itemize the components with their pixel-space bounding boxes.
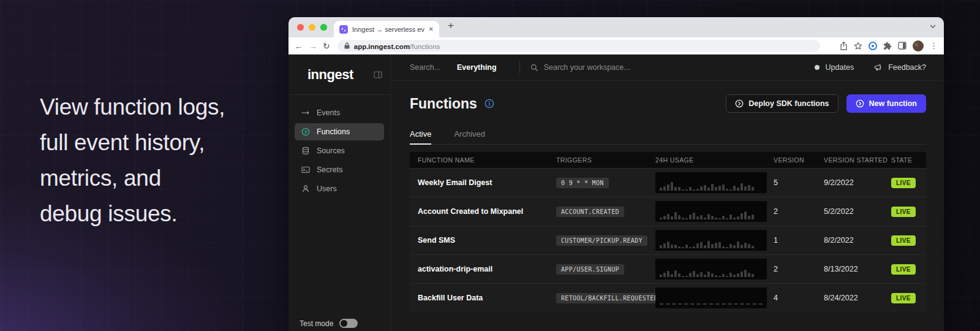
table-row[interactable]: Weekly Email Digest 0 9 * * MON 5 9/2/20… [410, 168, 926, 197]
browser-tab[interactable]: Inngest → serverless event-dri ✕ [334, 21, 439, 37]
inngest-favicon-icon [339, 25, 348, 34]
inngest-logo: inngest [307, 67, 374, 83]
tabstrip-chevron-down-icon[interactable] [930, 25, 936, 28]
function-name: Account Created to Mixpanel [410, 207, 556, 216]
new-function-button[interactable]: New function [846, 94, 926, 113]
browser-tabstrip: Inngest → serverless event-dri ✕ + [288, 17, 944, 37]
browser-menu-icon[interactable]: ⋮ [930, 41, 938, 50]
hero-line: View function logs, [40, 89, 225, 125]
share-icon[interactable] [840, 42, 848, 50]
hero-line: metrics, and [40, 161, 225, 196]
sidebar-item-functions[interactable]: Functions [295, 123, 384, 140]
workspace-search-input[interactable] [544, 63, 685, 72]
profile-avatar[interactable] [913, 40, 924, 51]
sidebar-item-label: Users [317, 185, 337, 193]
sidebar-item-label: Secrets [317, 166, 342, 174]
function-name: Backfill User Data [410, 294, 556, 302]
usage-sparkline [655, 259, 767, 280]
new-tab-button[interactable]: + [448, 20, 454, 32]
close-window-button[interactable] [297, 24, 304, 31]
sidebar-nav: Events Functions Sources [288, 95, 390, 197]
col-version: VERSION [774, 156, 824, 164]
version-started-value: 5/2/2022 [824, 207, 891, 216]
search-shortcut-label[interactable]: Search... [410, 63, 440, 72]
sidebar-item-users[interactable]: Users [295, 180, 384, 197]
functions-page: Functions Deploy SDK functions [391, 81, 944, 331]
tab-archived[interactable]: Archived [454, 129, 485, 144]
browser-toolbar: ← → ↻ app.inngest.com/functions [288, 37, 944, 55]
usage-sparkline [655, 201, 767, 222]
table-body: Weekly Email Digest 0 9 * * MON 5 9/2/20… [410, 168, 926, 312]
forward-button[interactable]: → [309, 42, 317, 50]
sources-icon [301, 146, 310, 155]
state-badge: LIVE [891, 293, 916, 303]
table-header: FUNCTION NAME TRIGGERS 24H USAGE VERSION… [410, 152, 926, 168]
maximize-window-button[interactable] [320, 24, 327, 31]
functions-icon [301, 127, 310, 136]
inngest-app: inngest Events [288, 55, 944, 331]
reload-button[interactable]: ↻ [323, 42, 330, 50]
info-icon[interactable] [484, 99, 494, 108]
sidebar: inngest Events [288, 55, 391, 331]
function-name: activation-drip-email [410, 265, 556, 273]
page-title: Functions [410, 96, 477, 112]
col-state: STATE [891, 156, 926, 164]
tab-close-icon[interactable]: ✕ [429, 26, 434, 32]
col-triggers: TRIGGERS [556, 156, 655, 164]
version-started-value: 9/2/2022 [824, 178, 891, 187]
sidebar-item-events[interactable]: Events [295, 104, 384, 121]
updates-dot-icon [815, 65, 820, 70]
col-24h-usage: 24H USAGE [655, 156, 774, 164]
sidebar-item-sources[interactable]: Sources [295, 142, 384, 159]
page-header: Functions Deploy SDK functions [410, 94, 926, 113]
function-name: Weekly Email Digest [410, 178, 556, 187]
back-button[interactable]: ← [295, 42, 303, 50]
table-row[interactable]: Send SMS CUSTOMER/PICKUP.READY 1 8/2/202… [410, 226, 926, 254]
password-extension-icon[interactable] [869, 42, 877, 50]
version-value: 1 [774, 236, 824, 245]
workspace-topbar: Search... Everything Updates Feedback? [391, 55, 944, 81]
main-area: Search... Everything Updates Feedback? [391, 55, 944, 331]
table-row[interactable]: Account Created to Mixpanel ACCOUNT.CREA… [410, 197, 926, 226]
feedback-link[interactable]: Feedback? [888, 63, 926, 72]
state-badge: LIVE [891, 264, 916, 275]
browser-window: Inngest → serverless event-dri ✕ + ← → ↻… [288, 17, 944, 331]
table-row[interactable]: Backfill User Data RETOOL/BACKFILL.REQUE… [410, 283, 926, 312]
version-value: 2 [774, 207, 824, 216]
tab-active[interactable]: Active [410, 129, 431, 144]
sidebar-logo-row: inngest [288, 55, 390, 95]
hero-line: debug issues. [40, 196, 225, 232]
bookmark-star-icon[interactable] [854, 42, 862, 50]
version-started-value: 8/2/2022 [824, 236, 891, 245]
version-value: 5 [774, 178, 824, 187]
toolbar-actions: ⋮ [840, 40, 938, 51]
deploy-sdk-functions-button[interactable]: Deploy SDK functions [726, 94, 838, 113]
trigger-badge: ACCOUNT.CREATED [556, 207, 624, 217]
table-row[interactable]: activation-drip-email APP/USER.SIGNUP 2 … [410, 254, 926, 283]
col-function-name: FUNCTION NAME [410, 156, 556, 164]
state-badge: LIVE [891, 235, 916, 246]
collapse-sidebar-icon[interactable] [374, 71, 382, 78]
topbar-divider [519, 61, 520, 74]
url-path: /functions [410, 43, 440, 50]
deploy-button-label: Deploy SDK functions [748, 99, 829, 108]
updates-link[interactable]: Updates [826, 63, 854, 72]
url-bar[interactable]: app.inngest.com/functions [337, 40, 820, 52]
sidebar-item-label: Functions [317, 127, 350, 136]
megaphone-icon[interactable] [873, 63, 883, 72]
function-name: Send SMS [410, 236, 556, 245]
marketing-banner: View function logs, full event history, … [0, 0, 980, 331]
search-scope-everything[interactable]: Everything [457, 63, 497, 72]
trigger-badge: CUSTOMER/PICKUP.READY [556, 235, 647, 246]
circle-caret-icon [856, 99, 864, 108]
side-panel-icon[interactable] [898, 42, 907, 50]
test-mode-label: Test mode [300, 319, 333, 328]
sidebar-item-secrets[interactable]: Secrets [295, 161, 384, 178]
test-mode-toggle[interactable] [339, 319, 358, 328]
tab-title: Inngest → serverless event-dri [352, 26, 424, 33]
state-badge: LIVE [891, 178, 916, 188]
extensions-puzzle-icon[interactable] [883, 42, 892, 50]
minimize-window-button[interactable] [309, 24, 315, 31]
trigger-badge: RETOOL/BACKFILL.REQUESTED [556, 293, 663, 303]
version-started-value: 8/24/2022 [824, 294, 891, 302]
